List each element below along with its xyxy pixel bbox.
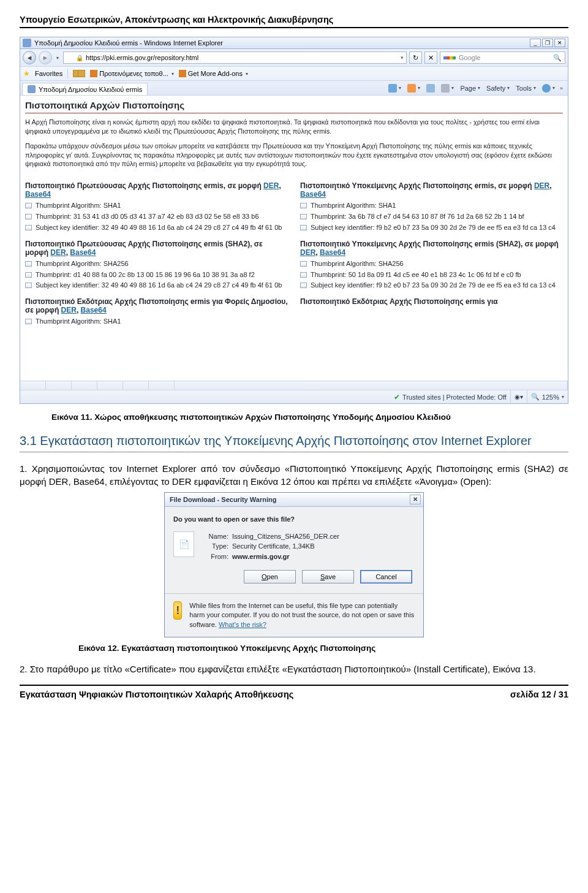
cancel-button[interactable]: Cancel xyxy=(360,570,412,583)
content-paragraph: Παρακάτω υπάρχουν σύνδεσμοι μέσω των οπο… xyxy=(25,142,563,169)
ie-titlebar: Υποδομή Δημοσίου Κλειδιού ermis - Window… xyxy=(20,37,568,49)
cert-detail-line: Subject key identifier: 32 49 40 49 88 1… xyxy=(25,223,288,232)
bullet-icon xyxy=(25,283,32,288)
cert-block-title: Πιστοποιητικό Υποκείμενης Αρχής Πιστοποί… xyxy=(300,240,563,257)
tab-favicon xyxy=(28,85,36,93)
safety-menu[interactable]: Safety▾ xyxy=(484,83,512,93)
refresh-button[interactable]: ↻ xyxy=(409,51,422,64)
cert-block-title: Πιστοποιητικό Πρωτεύουσας Αρχής Πιστοποί… xyxy=(25,240,288,257)
tools-menu[interactable]: Tools▾ xyxy=(513,83,538,93)
warning-text: While files from the Internet can be use… xyxy=(189,601,415,629)
address-toolbar: ◄ ► ▾ 🔒 https://pki.ermis.gov.gr/reposit… xyxy=(20,49,568,67)
feed-icon xyxy=(179,70,186,77)
search-go-icon[interactable]: 🔍 xyxy=(553,54,562,62)
favorites-overflow[interactable] xyxy=(73,70,85,77)
chevron-down-icon: ▾ xyxy=(246,71,248,77)
cert-format-link[interactable]: Base64 xyxy=(70,248,96,257)
bullet-icon xyxy=(25,214,32,219)
file-info: Name:Issuing_Citizens_SHA256_DER.cer Typ… xyxy=(202,531,339,562)
left-column: Πιστοποιητικό Πρωτεύουσας Αρχής Πιστοποί… xyxy=(25,174,288,328)
cert-format-link[interactable]: DER xyxy=(61,306,77,314)
cert-format-link[interactable]: Base64 xyxy=(81,306,107,314)
cert-format-link[interactable]: DER xyxy=(300,248,315,257)
cert-detail-line: Thumbprint Algorithm: SHA1 xyxy=(300,201,563,210)
back-button[interactable]: ◄ xyxy=(23,51,36,64)
statusbar-panes xyxy=(20,381,568,390)
minimize-button[interactable]: _ xyxy=(530,39,541,47)
tab-active[interactable]: Υποδομή Δημοσίου Κλειδιού ermis xyxy=(22,83,148,95)
body-paragraph-2: 2. Στο παράθυρο με τίτλο «Certificate» π… xyxy=(20,663,568,675)
figure-caption-12: Εικόνα 12. Εγκατάσταση πιστοποιητικού Υπ… xyxy=(78,644,568,653)
stop-button[interactable]: ✕ xyxy=(424,51,437,64)
feeds-button[interactable]: ▾ xyxy=(405,83,423,94)
whats-the-risk-link[interactable]: What's the risk? xyxy=(219,621,266,628)
cert-detail-line: Thumbprint Algorithm: SHA1 xyxy=(25,201,288,210)
status-security: Trusted sites | Protected Mode: Off xyxy=(402,393,507,401)
commandbar-overflow[interactable]: » xyxy=(559,85,564,91)
cert-detail-line: Thumbprint: 3a 6b 78 cf e7 d4 54 63 10 8… xyxy=(300,212,563,221)
favorites-item-addons[interactable]: Get More Add-ons ▾ xyxy=(179,70,248,77)
cert-format-link[interactable]: Base64 xyxy=(25,190,51,199)
dialog-title: File Download - Security Warning xyxy=(170,496,276,503)
address-bar[interactable]: 🔒 https://pki.ermis.gov.gr/repository.ht… xyxy=(63,51,407,64)
favorites-item-suggested[interactable]: Προτεινόμενες τοποθ... ▾ xyxy=(90,70,173,77)
home-button[interactable]: ▾ xyxy=(386,83,404,94)
window-title: Υποδομή Δημοσίου Κλειδιού ermis - Window… xyxy=(34,39,223,47)
certificate-file-icon: 📄 xyxy=(173,531,194,557)
ie-window: Υποδομή Δημοσίου Κλειδιού ermis - Window… xyxy=(20,37,568,404)
cert-detail-line: Thumbprint: d1 40 88 fa 00 2c 8b 13 00 1… xyxy=(25,270,288,279)
cert-detail-line: Subject key identifier: 32 49 40 49 88 1… xyxy=(25,281,288,290)
cert-block-title: Πιστοποιητικό Εκδότριας Αρχής Πιστοποίησ… xyxy=(300,297,563,306)
feed-icon xyxy=(90,70,97,77)
right-column: Πιστοποιητικό Υποκείμενης Αρχής Πιστοποί… xyxy=(300,174,563,328)
file-download-dialog: File Download - Security Warning ✕ Do yo… xyxy=(164,492,424,638)
bullet-icon xyxy=(300,203,307,208)
section-heading-3-1: 3.1 Εγκατάσταση πιστοποιητικών της Υποκε… xyxy=(20,434,568,452)
footer-right: σελίδα 12 / 31 xyxy=(510,690,568,699)
zoom-button[interactable]: 🔍 125% ▾ xyxy=(527,390,564,403)
figure-caption-11: Εικόνα 11. Χώρος αποθήκευσης πιστοποιητι… xyxy=(51,412,568,422)
home-icon xyxy=(388,84,397,93)
tab-bar: Υποδομή Δημοσίου Κλειδιού ermis ▾ ▾ ▾ Pa… xyxy=(20,81,568,96)
dialog-close-button[interactable]: ✕ xyxy=(410,495,421,504)
print-button[interactable]: ▾ xyxy=(439,83,456,94)
close-button[interactable]: ✕ xyxy=(554,39,565,47)
cert-detail-line: Subject key identifier: f9 b2 e0 b7 23 5… xyxy=(300,281,563,290)
help-icon xyxy=(542,84,551,93)
nav-history-dropdown[interactable]: ▾ xyxy=(55,51,61,64)
help-button[interactable]: ▾ xyxy=(540,83,557,94)
maximize-button[interactable]: ❐ xyxy=(542,39,553,47)
bullet-icon xyxy=(25,261,32,267)
content-heading: Πιστοποιητικά Αρχών Πιστοποίησης xyxy=(25,100,563,113)
cert-format-link[interactable]: Base64 xyxy=(320,248,345,257)
site-icon xyxy=(66,54,74,61)
favorites-bar: ★ Favorites Προτεινόμενες τοποθ... ▾ Get… xyxy=(20,67,568,81)
cert-format-link[interactable]: DER xyxy=(50,248,66,257)
cert-block-title: Πιστοποιητικό Πρωτεύουσας Αρχής Πιστοποί… xyxy=(25,181,288,199)
command-bar: ▾ ▾ ▾ Page▾ Safety▾ Tools▾ ▾ » xyxy=(386,83,568,94)
cert-detail-line: Thumbprint: 50 1d 8a 09 f1 4d c5 ee 40 e… xyxy=(300,270,563,279)
mail-icon xyxy=(426,84,435,93)
chevron-down-icon: ▾ xyxy=(172,71,174,77)
forward-button[interactable]: ► xyxy=(39,51,52,64)
address-dropdown-icon[interactable]: ▾ xyxy=(401,55,404,61)
cert-format-link[interactable]: DER xyxy=(534,181,549,190)
cert-format-link[interactable]: Base64 xyxy=(300,190,326,199)
cert-detail-line: Thumbprint: 31 53 41 d3 d0 05 d3 41 37 a… xyxy=(25,212,288,221)
page-menu[interactable]: Page▾ xyxy=(458,83,483,93)
ie-app-icon xyxy=(23,39,31,47)
cert-format-link[interactable]: DER xyxy=(263,181,279,190)
favorites-label[interactable]: Favorites xyxy=(35,70,62,77)
save-button[interactable]: Save xyxy=(302,570,354,583)
encoding-button[interactable]: ◉▾ xyxy=(510,390,523,403)
content-paragraph: Η Αρχή Πιστοποίησης είναι η κοινώς έμπισ… xyxy=(25,118,563,136)
google-icon xyxy=(443,56,456,59)
search-box[interactable]: Google 🔍 xyxy=(440,51,565,64)
mail-button[interactable] xyxy=(424,83,437,94)
open-button[interactable]: Open xyxy=(244,570,296,583)
warning-icon: ! xyxy=(173,601,182,620)
bullet-icon xyxy=(300,214,307,219)
bullet-icon xyxy=(300,272,307,278)
bullet-icon xyxy=(300,225,307,230)
favorites-star-icon[interactable]: ★ xyxy=(23,69,30,78)
